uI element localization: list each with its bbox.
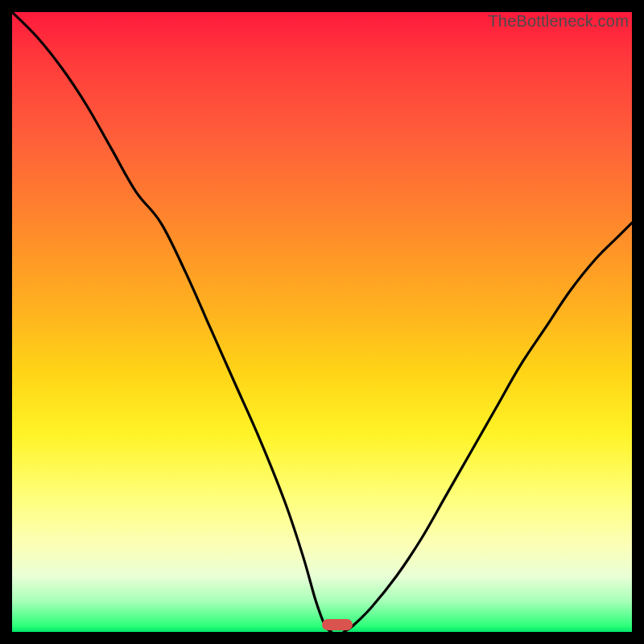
curve-left-branch <box>12 12 332 632</box>
bottleneck-curve <box>12 12 632 632</box>
curve-right-branch <box>344 223 632 632</box>
plot-area: TheBottleneck.com <box>12 12 632 632</box>
bottleneck-marker <box>322 619 353 630</box>
chart-frame: TheBottleneck.com <box>0 0 644 644</box>
